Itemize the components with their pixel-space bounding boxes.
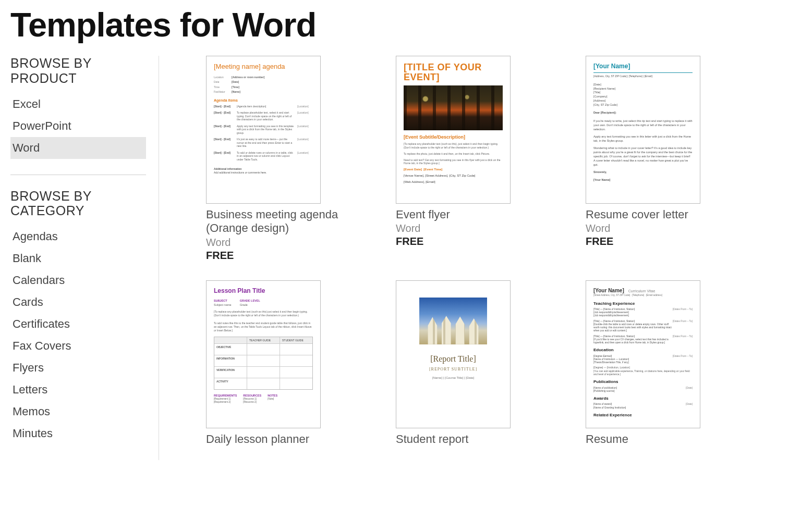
template-grid: [Meeting name] agenda Location[Address o…: [206, 56, 791, 446]
layout: BROWSE BY PRODUCT Excel PowerPoint Word …: [10, 56, 791, 460]
sidebar-divider: [10, 175, 146, 175]
browse-by-product-heading: BROWSE BY PRODUCT: [10, 56, 146, 86]
category-list: Agendas Blank Calendars Cards Certificat…: [10, 226, 146, 444]
category-item[interactable]: Blank: [10, 248, 146, 269]
category-item[interactable]: Calendars: [10, 269, 146, 291]
template-thumbnail: [Meeting name] agenda Location[Address o…: [206, 56, 321, 204]
product-item-excel[interactable]: Excel: [10, 93, 146, 115]
browse-by-category-heading: BROWSE BY CATEGORY: [10, 189, 146, 219]
template-thumbnail: Lesson Plan Title SUBJECTSubject nameGRA…: [206, 280, 321, 428]
category-item[interactable]: Memos: [10, 401, 146, 423]
template-product: Word: [396, 222, 552, 234]
template-thumbnail: [Report Title] [REPORT SUBTITLE] [Name] …: [396, 280, 511, 428]
template-title: Daily lesson planner: [206, 432, 362, 446]
template-title: Event flyer: [396, 208, 552, 221]
product-list: Excel PowerPoint Word: [10, 93, 146, 159]
product-item-word[interactable]: Word: [10, 137, 146, 159]
template-card-cover-letter[interactable]: [Your Name] [Address, City, ST ZIP Code]…: [586, 56, 742, 262]
template-product: Word: [206, 237, 362, 249]
template-product: Word: [586, 222, 742, 234]
browse-by-category: BROWSE BY CATEGORY Agendas Blank Calenda…: [10, 189, 146, 445]
template-title: Resume cover letter: [586, 208, 742, 221]
category-item[interactable]: Flyers: [10, 357, 146, 379]
sidebar: BROWSE BY PRODUCT Excel PowerPoint Word …: [10, 56, 159, 460]
page-title: Templates for Word: [10, 5, 791, 44]
category-item[interactable]: Certificates: [10, 313, 146, 335]
template-card-lesson-planner[interactable]: Lesson Plan Title SUBJECTSubject nameGRA…: [206, 280, 362, 446]
template-price: FREE: [396, 236, 552, 248]
category-item[interactable]: Cards: [10, 291, 146, 313]
template-thumbnail: [TITLE OF YOUR EVENT] [Event Subtitle/De…: [396, 56, 511, 204]
category-item[interactable]: Fax Covers: [10, 335, 146, 357]
category-item[interactable]: Minutes: [10, 423, 146, 444]
main-content: [Meeting name] agenda Location[Address o…: [159, 56, 791, 446]
template-title: Student report: [396, 432, 552, 446]
template-thumbnail: [Your Name] Curriculum Vitae [Street Add…: [586, 280, 700, 428]
template-title: Business meeting agenda (Orange design): [206, 208, 362, 236]
template-card-agenda[interactable]: [Meeting name] agenda Location[Address o…: [206, 56, 362, 262]
report-photo: [419, 298, 487, 344]
product-item-powerpoint[interactable]: PowerPoint: [10, 115, 146, 137]
template-card-resume[interactable]: [Your Name] Curriculum Vitae [Street Add…: [586, 280, 742, 446]
template-card-student-report[interactable]: [Report Title] [REPORT SUBTITLE] [Name] …: [396, 280, 552, 446]
flyer-photo: [404, 85, 503, 130]
thumb-heading: [Meeting name] agenda: [214, 63, 313, 71]
template-title: Resume: [586, 432, 742, 446]
category-item[interactable]: Agendas: [10, 226, 146, 248]
template-price: FREE: [586, 236, 742, 248]
browse-by-product: BROWSE BY PRODUCT Excel PowerPoint Word: [10, 56, 146, 159]
template-thumbnail: [Your Name] [Address, City, ST ZIP Code]…: [586, 56, 700, 204]
template-card-event-flyer[interactable]: [TITLE OF YOUR EVENT] [Event Subtitle/De…: [396, 56, 552, 262]
category-item[interactable]: Letters: [10, 379, 146, 401]
template-price: FREE: [206, 250, 362, 262]
